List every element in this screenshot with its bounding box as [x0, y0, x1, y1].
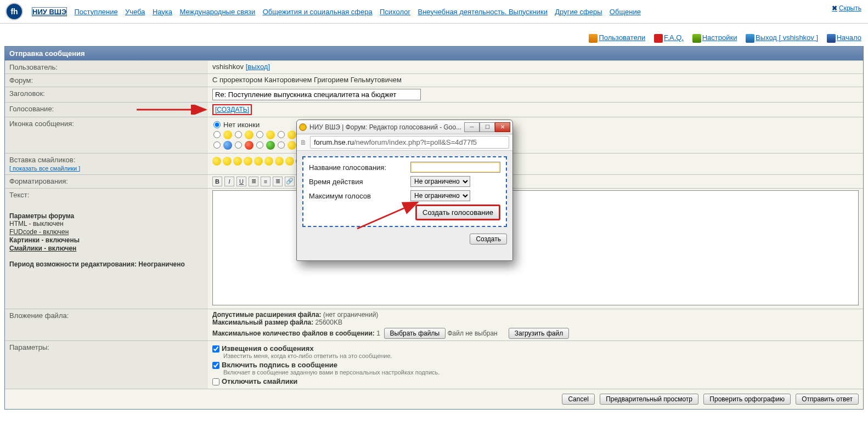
create-poll-button[interactable]: Создать голосование [415, 205, 500, 220]
icon-radio-none[interactable] [213, 121, 221, 128]
logout-link[interactable]: Выход [ vshishkov ] [746, 33, 818, 43]
poll-name-input[interactable] [410, 162, 500, 173]
upload-file-button[interactable]: Загрузить файл [509, 328, 569, 339]
signature-sub: Включает в сообщение заданную вами в пер… [223, 369, 859, 376]
topbar: fh НИУ ВШЭ Поступление Учеба Наука Между… [0, 0, 868, 24]
section-title: Отправка сообщения [5, 47, 863, 60]
topbar-link[interactable]: Общежития и социальная сфера [263, 8, 373, 16]
topbar-link[interactable]: Другие сферы [555, 8, 602, 16]
icon-radio[interactable] [235, 141, 242, 149]
userbar: Пользователи F.A.Q. Настройки Выход [ vs… [0, 24, 868, 46]
create-poll-link[interactable]: [СОЗДАТЬ] [212, 104, 252, 115]
align-button[interactable]: ≣ [273, 177, 283, 186]
smiley-icon[interactable] [275, 157, 284, 166]
smiley-icon [288, 130, 296, 139]
smiley-icon[interactable] [212, 157, 221, 166]
close-button[interactable]: ✕ [495, 122, 510, 132]
show-all-smileys-link[interactable]: [ показать все смайлики ] [9, 165, 80, 172]
icon-radio[interactable] [235, 131, 242, 138]
fudcode-link[interactable]: FUDcode - включен [9, 228, 69, 236]
cancel-button[interactable]: Cancel [562, 394, 594, 405]
disable-smileys-checkbox[interactable] [212, 378, 219, 385]
favicon-icon [299, 123, 307, 131]
align-button[interactable]: ≣ [249, 177, 258, 186]
poll-label: Голосование: [5, 103, 208, 117]
underline-button[interactable]: U [236, 177, 246, 186]
italic-button[interactable]: I [224, 177, 234, 186]
home-icon [827, 34, 836, 43]
bold-button[interactable]: B [212, 177, 222, 186]
topbar-main-link[interactable]: НИУ ВШЭ [32, 7, 67, 16]
spellcheck-button[interactable]: Проверить орфографию [703, 394, 791, 405]
submit-button[interactable]: Отправить ответ [796, 394, 859, 405]
attach-label: Вложение файла: [5, 309, 208, 340]
popup-titlebar[interactable]: НИУ ВШЭ | Форум: Редактор голосований - … [297, 120, 512, 134]
preview-button[interactable]: Предварительный просмотр [600, 394, 698, 405]
icon-radio[interactable] [278, 131, 285, 138]
choose-files-button[interactable]: Выбрать файлы [384, 328, 446, 339]
smiley-icon[interactable] [264, 157, 273, 166]
align-button[interactable]: ≡ [261, 177, 270, 186]
hide-link[interactable]: ✖Скрыть [832, 4, 861, 12]
smileys-link[interactable]: Смайлики - включен [9, 245, 204, 252]
subject-label: Заголовок: [5, 87, 208, 102]
user-value: vshishkov [выход] [208, 61, 863, 73]
forum-params: Параметры форума HTML - выключен FUDcode… [9, 212, 204, 268]
smiley-icon [223, 130, 232, 139]
page-icon: 🗎 [300, 139, 307, 146]
smiley-icon[interactable] [223, 157, 232, 166]
home-link[interactable]: Начало [827, 33, 861, 43]
minimize-button[interactable]: ─ [464, 122, 480, 132]
url-bar: 🗎 forum.hse.ru/newforum/index.php?t=poll… [297, 134, 512, 151]
params-label: Параметры: [5, 341, 208, 389]
settings-link[interactable]: Настройки [692, 33, 737, 43]
url-input[interactable]: forum.hse.ru/newforum/index.php?t=poll&S… [310, 136, 509, 149]
logout-inline-link[interactable]: [выход] [246, 63, 270, 71]
icon-radio[interactable] [278, 141, 285, 149]
format-label: Форматирования: [5, 175, 208, 188]
create-button[interactable]: Создать [470, 234, 507, 245]
forum-label: Форум: [5, 74, 208, 87]
users-link[interactable]: Пользователи [589, 33, 645, 43]
smiley-icon[interactable] [244, 157, 252, 166]
close-icon: ✖ [832, 4, 837, 12]
forum-value: С проректором Канторовичем Григорием Гел… [208, 74, 863, 87]
notify-checkbox[interactable] [212, 345, 219, 353]
popup-title: НИУ ВШЭ | Форум: Редактор голосований - … [309, 123, 464, 131]
text-label: Текст: Параметры форума HTML - выключен … [5, 189, 208, 309]
subject-input[interactable] [212, 89, 421, 100]
logo: fh [5, 3, 23, 20]
smiley-icon[interactable] [285, 157, 294, 166]
poll-name-label: Название голосования: [309, 163, 410, 172]
topbar-link[interactable]: Общение [610, 8, 641, 16]
link-button[interactable]: 🔗 [285, 177, 295, 186]
smiley-icon [245, 130, 253, 139]
poll-editor-popup: НИУ ВШЭ | Форум: Редактор голосований - … [296, 120, 513, 261]
faq-icon [654, 34, 663, 43]
icon-radio[interactable] [256, 131, 263, 138]
user-label: Пользователь: [5, 61, 208, 73]
smiley-icon [223, 141, 232, 150]
topbar-link[interactable]: Наука [153, 8, 172, 16]
icon-radio[interactable] [213, 131, 221, 138]
topbar-link[interactable]: Учеба [125, 8, 145, 16]
smiley-icon[interactable] [233, 157, 242, 166]
topbar-link[interactable]: Международные связи [179, 8, 255, 16]
smiley-icon [245, 141, 253, 150]
smiley-icon[interactable] [254, 157, 263, 166]
icon-radio[interactable] [213, 141, 221, 149]
topbar-link[interactable]: Поступление [74, 8, 117, 16]
poll-max-label: Максимум голосов [309, 192, 410, 200]
no-file-label: Файл не выбран [447, 330, 497, 337]
poll-time-label: Время действия [309, 178, 410, 186]
topbar-link[interactable]: Психолог [380, 8, 410, 16]
notify-sub: Известить меня, когда кто-либо ответить … [223, 353, 859, 359]
poll-time-select[interactable]: Не ограничено [410, 176, 470, 187]
faq-link[interactable]: F.A.Q. [654, 33, 684, 43]
maximize-button[interactable]: ☐ [480, 122, 495, 132]
icon-radio[interactable] [256, 141, 263, 149]
signature-checkbox[interactable] [212, 362, 219, 369]
exit-icon [746, 34, 754, 43]
poll-max-select[interactable]: Не ограничено [410, 190, 470, 201]
topbar-link[interactable]: Внеучебная деятельность. Выпускники [418, 8, 547, 16]
